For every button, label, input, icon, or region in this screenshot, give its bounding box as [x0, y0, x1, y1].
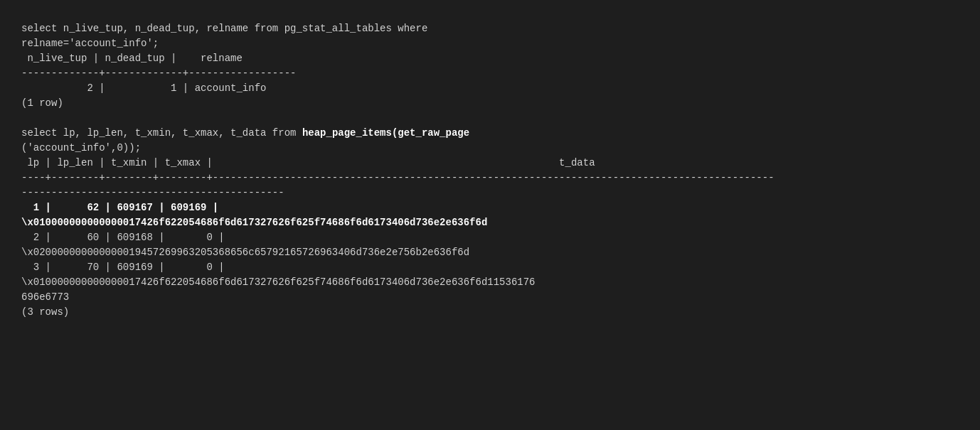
- result-row-4-header: 3 | 70 | 609169 | 0 |: [21, 260, 959, 275]
- result-header-2: lp | lp_len | t_xmin | t_xmax | t_data: [21, 156, 959, 171]
- result-row-3-data: \x020000000000000019457269963205368656c6…: [21, 245, 959, 260]
- query-line-3: select lp, lp_len, t_xmin, t_xmax, t_dat…: [21, 126, 959, 141]
- query-text-bold: heap_page_items(get_raw_page: [302, 127, 469, 139]
- query-line-4: ('account_info',0));: [21, 141, 959, 156]
- query-line-2: relname='account_info';: [21, 36, 959, 51]
- result-row-4-data: \x010000000000000017426f622054686f6d6173…: [21, 275, 959, 290]
- result-count-2: (3 rows): [21, 305, 959, 320]
- blank-line: [21, 111, 959, 126]
- result-count-1: (1 row): [21, 96, 959, 111]
- result-separator-2a: ----+--------+--------+--------+--------…: [21, 171, 959, 186]
- query-line-1: select n_live_tup, n_dead_tup, relname f…: [21, 21, 959, 36]
- result-separator-2b: ----------------------------------------…: [21, 186, 959, 200]
- result-separator-1: -------------+-------------+------------…: [21, 66, 959, 81]
- result-row-2-header: 1 | 62 | 609167 | 609169 |: [21, 200, 959, 215]
- result-row-2-data: \x010000000000000017426f622054686f6d6173…: [21, 215, 959, 230]
- terminal-window: select n_live_tup, n_dead_tup, relname f…: [14, 14, 966, 327]
- result-row-4-data-cont: 696e6773: [21, 290, 959, 305]
- query-text-normal: select lp, lp_len, t_xmin, t_xmax, t_dat…: [21, 127, 302, 139]
- result-row-3-header: 2 | 60 | 609168 | 0 |: [21, 230, 959, 245]
- result-header-1: n_live_tup | n_dead_tup | relname: [21, 51, 959, 66]
- result-row-1: 2 | 1 | account_info: [21, 81, 959, 96]
